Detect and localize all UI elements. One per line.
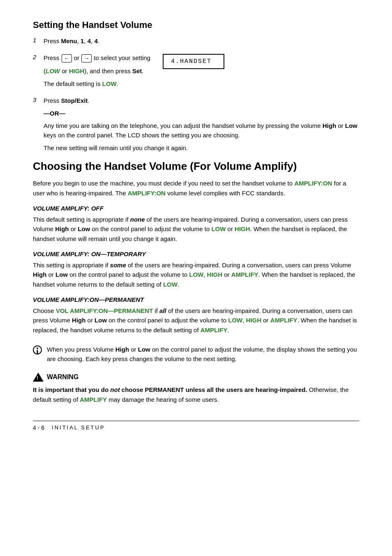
- subsection-off-text: This default setting is appropriate if n…: [33, 215, 359, 243]
- step-3-or: —OR—: [44, 109, 359, 118]
- step-2-number: 2: [33, 53, 44, 60]
- step-2: 2 Press ← or → to select your setting (L…: [33, 53, 359, 92]
- note-svg-icon: [33, 345, 42, 358]
- warning-header: WARNING: [33, 373, 359, 382]
- subsection-temp-text: This setting is appropriate if some of t…: [33, 260, 359, 289]
- subsection-perm-title: VOLUME AMPLIFY:ON—PERMANENT: [33, 295, 359, 304]
- lcd-box: 4.HANDSET: [163, 54, 224, 69]
- footer: 4 - 6 INITIAL SETUP: [33, 421, 359, 431]
- section2-title: Choosing the Handset Volume (For Volume …: [33, 160, 359, 173]
- step-1: 1 Press Menu, 1, 4, 4.: [33, 36, 359, 49]
- step-list: 1 Press Menu, 1, 4, 4. 2 Press ← or → to…: [33, 36, 359, 156]
- step-2-line2: (LOW or HIGH), and then press Set.: [44, 66, 150, 76]
- warning-box: WARNING It is important that you do not …: [33, 373, 359, 404]
- warning-text: It is important that you do not choose P…: [33, 385, 359, 404]
- warning-triangle-icon: [33, 373, 44, 382]
- footer-page: 4 - 6: [33, 424, 44, 431]
- step-2-line3: The default setting is LOW.: [44, 79, 150, 88]
- step-3-line1: Press Stop/Exit.: [44, 96, 359, 105]
- sub-section-temp: VOLUME AMPLIFY: ON—TEMPORARY This settin…: [33, 249, 359, 289]
- step-2-content: Press ← or → to select your setting (LOW…: [44, 53, 359, 92]
- step-3: 3 Press Stop/Exit. —OR— Any time you are…: [33, 96, 359, 156]
- arrow-left-icon: ←: [62, 54, 72, 63]
- note-box: When you press Volume High or Low on the…: [33, 345, 359, 367]
- section2: Choosing the Handset Volume (For Volume …: [33, 160, 359, 335]
- step-1-content: Press Menu, 1, 4, 4.: [44, 36, 359, 49]
- svg-point-1: [37, 348, 38, 349]
- sub-section-off: VOLUME AMPLIFY: OFF This default setting…: [33, 204, 359, 243]
- step-1-number: 1: [33, 36, 44, 44]
- section1-title: Setting the Handset Volume: [33, 20, 359, 30]
- step-3-para2: The new setting will remain until you ch…: [44, 143, 359, 153]
- lcd-display: 4.HANDSET: [163, 53, 224, 69]
- footer-label: INITIAL SETUP: [52, 424, 105, 431]
- svg-rect-2: [37, 350, 38, 354]
- step-2-row: Press ← or → to select your setting (LOW…: [44, 53, 359, 92]
- step-2-line1: Press ← or → to select your setting: [44, 53, 150, 63]
- section2-intro: Before you begin to use the machine, you…: [33, 178, 359, 198]
- subsection-perm-text: Choose VOL AMPLIFY:ON—PERMANENT if all o…: [33, 306, 359, 335]
- step-2-text-block: Press ← or → to select your setting (LOW…: [44, 53, 150, 92]
- arrow-right-icon: →: [81, 54, 92, 63]
- section1: Setting the Handset Volume 1 Press Menu,…: [33, 20, 359, 156]
- step-1-text: Press Menu, 1, 4, 4.: [44, 36, 359, 46]
- step-3-number: 3: [33, 96, 44, 103]
- note-text: When you press Volume High or Low on the…: [47, 345, 359, 364]
- note-icon: [33, 345, 42, 359]
- step-3-content: Press Stop/Exit. —OR— Any time you are t…: [44, 96, 359, 156]
- subsection-off-title: VOLUME AMPLIFY: OFF: [33, 204, 359, 213]
- sub-section-perm: VOLUME AMPLIFY:ON—PERMANENT Choose VOL A…: [33, 295, 359, 335]
- warning-label: WARNING: [47, 373, 78, 381]
- subsection-temp-title: VOLUME AMPLIFY: ON—TEMPORARY: [33, 249, 359, 259]
- step-3-para1: Any time you are talking on the telephon…: [44, 121, 359, 140]
